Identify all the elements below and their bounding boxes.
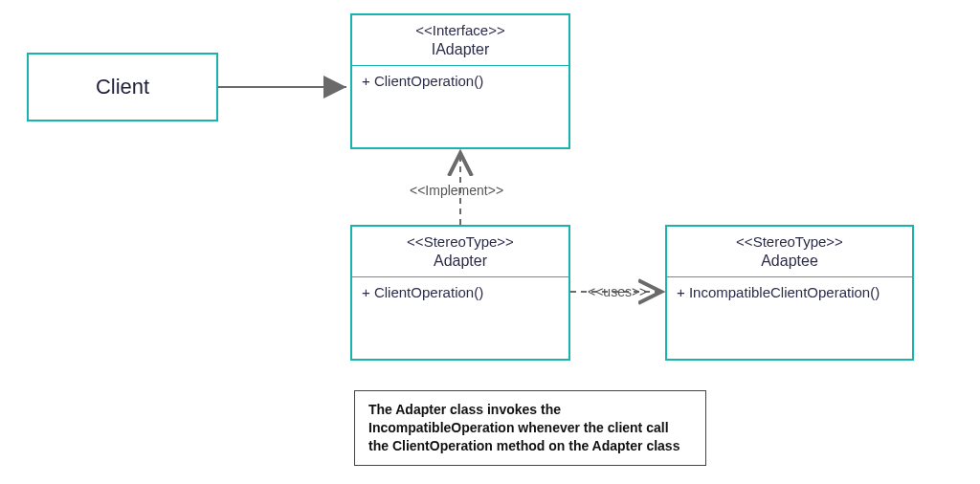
diagram-canvas: Client <<Interface>> IAdapter + ClientOp…: [0, 0, 980, 484]
adaptee-header: <<StereoType>> Adaptee: [667, 227, 912, 277]
adapter-operations: + ClientOperation(): [352, 277, 568, 354]
iadapter-operations: + ClientOperation(): [352, 66, 568, 143]
adaptee-stereotype: <<StereoType>>: [677, 232, 902, 252]
class-adapter: <<StereoType>> Adapter + ClientOperation…: [350, 225, 570, 361]
adapter-stereotype: <<StereoType>>: [362, 232, 559, 252]
iadapter-header: <<Interface>> IAdapter: [352, 15, 568, 66]
diagram-note: The Adapter class invokes the Incompatib…: [354, 390, 706, 466]
adapter-name: Adapter: [362, 252, 559, 272]
class-iadapter: <<Interface>> IAdapter + ClientOperation…: [350, 13, 570, 149]
adaptee-operations: + IncompatibleClientOperation(): [667, 277, 912, 354]
client-label: Client: [96, 75, 149, 99]
label-uses: <<uses>>: [588, 284, 647, 299]
class-adaptee: <<StereoType>> Adaptee + IncompatibleCli…: [665, 225, 914, 361]
iadapter-name: IAdapter: [362, 40, 559, 60]
adaptee-name: Adaptee: [677, 252, 902, 272]
class-client: Client: [27, 53, 218, 121]
iadapter-stereotype: <<Interface>>: [362, 21, 559, 40]
label-implement: <<Implement>>: [410, 183, 503, 198]
adapter-header: <<StereoType>> Adapter: [352, 227, 568, 277]
